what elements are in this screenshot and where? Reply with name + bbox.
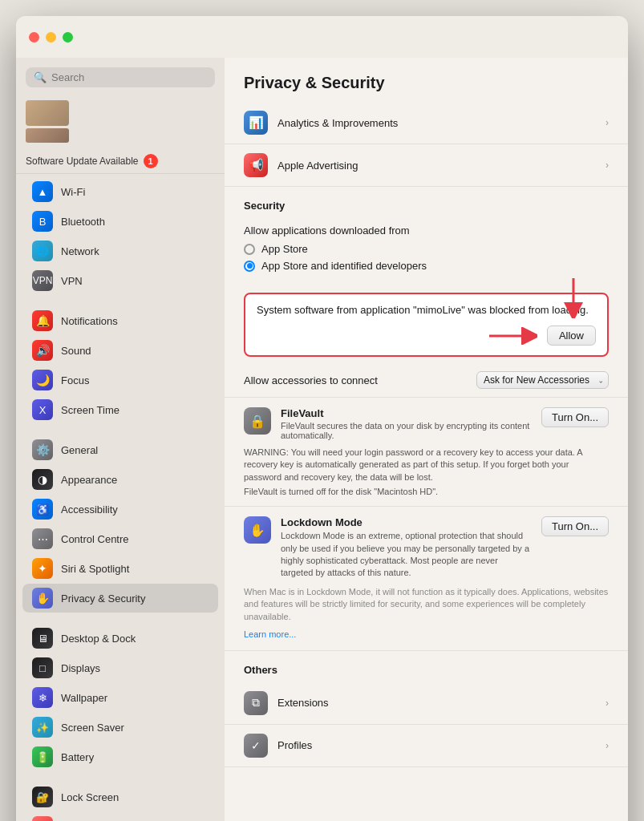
allow-apps-label: Allow applications downloaded from (244, 224, 609, 237)
sidebar-item-controlcentre[interactable]: ⋯ Control Centre (22, 524, 218, 553)
profiles-row[interactable]: ✓ Profiles › (225, 725, 628, 767)
analytics-icon: 📊 (244, 111, 268, 135)
extensions-chevron: › (606, 698, 609, 709)
filevault-warning: WARNING: You will need your login passwo… (244, 447, 609, 483)
others-header: Others (225, 651, 628, 682)
sidebar-label-wallpaper: Wallpaper (61, 692, 107, 704)
sidebar-label-battery: Battery (61, 751, 94, 763)
focus-icon: 🌙 (32, 370, 53, 390)
sidebar-item-siri[interactable]: ✦ Siri & Spotlight (22, 554, 218, 583)
filevault-title-area: FileVault FileVault secures the data on … (281, 407, 532, 440)
sidebar-item-vpn[interactable]: VPN VPN (22, 266, 218, 295)
sidebar-item-battery[interactable]: 🔋 Battery (22, 742, 218, 771)
filevault-header: 🔒 FileVault FileVault secures the data o… (244, 407, 609, 440)
minimize-button[interactable] (46, 32, 56, 42)
sidebar-item-displays[interactable]: □ Displays (22, 653, 218, 682)
search-input[interactable] (51, 71, 207, 83)
accessories-select-wrapper[interactable]: Ask for New Accessories Always Allow Nev… (476, 371, 609, 389)
analytics-label: Analytics & Improvements (277, 117, 596, 129)
close-button[interactable] (29, 32, 39, 42)
software-update-badge[interactable]: Software Update Available 1 (16, 152, 225, 170)
sidebar-item-touchid[interactable]: 👆 Touch ID & Password (22, 812, 218, 821)
sidebar: 🔍 Software Update Available 1 ▲ Wi-Fi (16, 58, 225, 821)
system-preferences-window: 🔍 Software Update Available 1 ▲ Wi-Fi (16, 16, 628, 821)
advertising-label: Apple Advertising (277, 160, 596, 172)
lockdown-description: Lockdown Mode is an extreme, optional pr… (281, 530, 532, 580)
lockdown-learn-more[interactable]: Learn more... (244, 629, 296, 639)
sidebar-label-siri: Siri & Spotlight (61, 563, 129, 575)
notifications-icon: 🔔 (32, 310, 53, 331)
arrow-down-icon (559, 278, 588, 318)
allow-button[interactable]: Allow (547, 326, 596, 346)
sidebar-item-sound[interactable]: 🔊 Sound (22, 336, 218, 365)
maximize-button[interactable] (63, 32, 73, 42)
analytics-row[interactable]: 📊 Analytics & Improvements › (225, 102, 628, 144)
profiles-label: Profiles (277, 739, 596, 751)
lockdown-turnon-button[interactable]: Turn On... (541, 516, 609, 536)
radio-appstore[interactable]: App Store (244, 243, 609, 255)
search-icon: 🔍 (34, 71, 47, 83)
filevault-section: 🔒 FileVault FileVault secures the data o… (225, 398, 628, 507)
sidebar-label-focus: Focus (61, 374, 89, 386)
avatar-image-secondary (26, 128, 69, 143)
filevault-disk-status: FileVault is turned off for the disk "Ma… (244, 487, 609, 496)
bluetooth-icon: B (32, 211, 53, 232)
advertising-row[interactable]: 📢 Apple Advertising › (225, 144, 628, 187)
sidebar-label-desktop: Desktop & Dock (61, 633, 136, 645)
avatar-image (26, 100, 69, 126)
sidebar-item-lockscreen[interactable]: 🔐 Lock Screen (22, 783, 218, 811)
sidebar-item-privacy[interactable]: ✋ Privacy & Security (22, 584, 218, 613)
filevault-title: FileVault (281, 407, 532, 419)
sidebar-label-network: Network (61, 245, 99, 257)
sidebar-item-general[interactable]: ⚙️ General (22, 435, 218, 464)
sidebar-item-notifications[interactable]: 🔔 Notifications (22, 306, 218, 335)
lockscreen-icon: 🔐 (32, 787, 53, 807)
lockdown-title: Lockdown Mode (281, 516, 532, 528)
filevault-turnon-button[interactable]: Turn On... (541, 407, 609, 427)
analytics-chevron: › (606, 117, 609, 128)
titlebar (16, 16, 628, 58)
accessories-select[interactable]: Ask for New Accessories Always Allow Nev… (476, 371, 609, 389)
main-panel: Privacy & Security 📊 Analytics & Improve… (225, 58, 628, 821)
sidebar-item-bluetooth[interactable]: B Bluetooth (22, 207, 218, 236)
screentime-icon: X (32, 399, 53, 420)
sidebar-item-wifi[interactable]: ▲ Wi-Fi (22, 177, 218, 206)
sidebar-item-focus[interactable]: 🌙 Focus (22, 366, 218, 394)
sidebar-item-accessibility[interactable]: ♿ Accessibility (22, 495, 218, 524)
lockdown-warning: When Mac is in Lockdown Mode, it will no… (244, 586, 609, 623)
arrow-right-icon (489, 327, 537, 345)
sidebar-label-controlcentre: Control Centre (61, 533, 129, 545)
sidebar-label-general: General (61, 444, 98, 456)
radio-appstore-dev[interactable]: App Store and identified developers (244, 260, 609, 272)
network-icon: 🌐 (32, 241, 53, 261)
sidebar-item-appearance[interactable]: ◑ Appearance (22, 465, 218, 494)
traffic-lights (29, 32, 73, 42)
sidebar-item-screensaver[interactable]: ✨ Screen Saver (22, 713, 218, 742)
accessories-row: Allow accessories to connect Ask for New… (225, 363, 628, 398)
extensions-row[interactable]: ⧉ Extensions › (225, 682, 628, 725)
sidebar-label-privacy: Privacy & Security (61, 592, 145, 605)
wallpaper-icon: ❄ (32, 687, 53, 708)
radio-appstore-circle[interactable] (244, 244, 255, 255)
wifi-icon: ▲ (32, 181, 53, 202)
radio-appstore-dev-circle[interactable] (244, 261, 255, 272)
sidebar-item-screentime[interactable]: X Screen Time (22, 395, 218, 424)
sidebar-item-desktop[interactable]: 🖥 Desktop & Dock (22, 624, 218, 653)
sidebar-item-wallpaper[interactable]: ❄ Wallpaper (22, 683, 218, 712)
general-icon: ⚙️ (32, 439, 53, 460)
sidebar-label-accessibility: Accessibility (61, 504, 118, 516)
update-label: Software Update Available (26, 156, 139, 167)
sidebar-label-sound: Sound (61, 345, 91, 357)
user-profile[interactable] (16, 97, 225, 152)
profiles-chevron: › (606, 740, 609, 751)
screensaver-icon: ✨ (32, 717, 53, 738)
lockdown-section: ✋ Lockdown Mode Lockdown Mode is an extr… (225, 507, 628, 651)
sidebar-label-appearance: Appearance (61, 474, 117, 486)
search-box[interactable]: 🔍 (26, 67, 215, 87)
filevault-icon: 🔒 (244, 407, 271, 435)
touchid-icon: 👆 (32, 816, 53, 821)
battery-icon: 🔋 (32, 746, 53, 767)
displays-icon: □ (32, 657, 53, 678)
sidebar-item-network[interactable]: 🌐 Network (22, 237, 218, 265)
radio-group: Allow applications downloaded from App S… (225, 218, 628, 286)
